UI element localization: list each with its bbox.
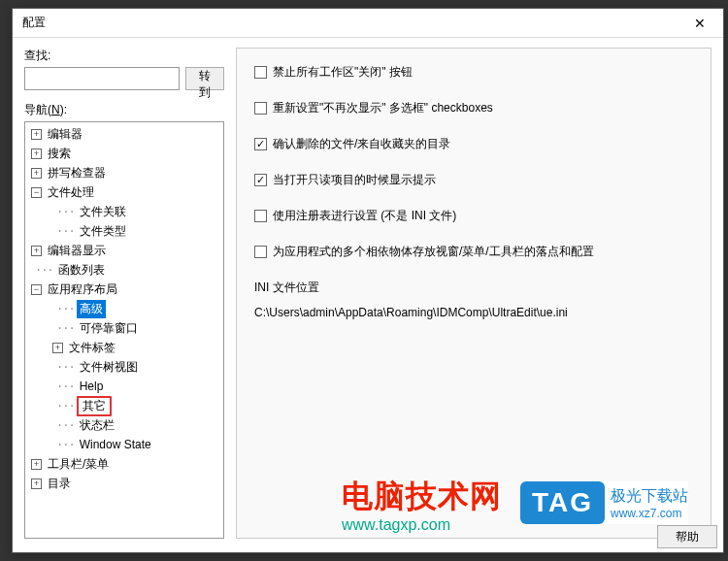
tree-branch-icon: ··· (56, 224, 75, 238)
option-row: 使用注册表进行设置 (不是 INI 文件) (254, 208, 693, 224)
option-row: 为应用程式的多个相依物体存放视窗/菜单/工具栏的落点和配置 (254, 244, 693, 260)
option-checkbox[interactable] (254, 174, 267, 186)
tree-branch-icon: ··· (56, 321, 75, 335)
expand-plus-icon[interactable]: + (31, 459, 42, 470)
option-row: 当打开只读项目的时候显示提示 (254, 172, 693, 188)
tree-item[interactable]: +编辑器 (25, 124, 223, 144)
tree-item[interactable]: ···文件关联 (25, 202, 223, 221)
tree-item-label: 文件类型 (77, 222, 129, 241)
option-checkbox[interactable] (254, 66, 267, 79)
option-label: 禁止所有工作区"关闭" 按钮 (273, 64, 413, 81)
tree-item[interactable]: +文件标签 (25, 338, 223, 357)
option-row: 重新设置"不再次显示" 多选框" checkboxes (254, 100, 693, 116)
goto-button[interactable]: 转到 (185, 67, 224, 90)
option-checkbox[interactable] (254, 246, 267, 258)
search-label: 查找: (24, 48, 224, 64)
tree-item[interactable]: +目录 (25, 474, 223, 493)
expand-plus-icon[interactable]: + (31, 246, 42, 256)
tree-item[interactable]: −应用程序布局 (25, 280, 223, 299)
expand-plus-icon[interactable]: + (31, 168, 42, 179)
settings-panel: 禁止所有工作区"关闭" 按钮重新设置"不再次显示" 多选框" checkboxe… (236, 48, 711, 539)
nav-label: 导航(N): (24, 102, 224, 118)
search-input[interactable] (24, 67, 180, 90)
expand-plus-icon[interactable]: + (52, 343, 63, 353)
option-label: 确认删除的文件/来自收藏夹的目录 (273, 136, 450, 152)
tree-item[interactable]: +拼写检查器 (25, 163, 223, 182)
titlebar: 配置 ✕ (13, 9, 723, 38)
tree-branch-icon: ··· (56, 302, 75, 315)
ini-path-value: C:\Users\admin\AppData\Roaming\IDMComp\U… (254, 306, 693, 319)
expand-minus-icon[interactable]: − (31, 187, 42, 198)
tree-item[interactable]: +编辑器显示 (25, 241, 223, 260)
tree-branch-icon: ··· (35, 263, 53, 277)
tree-item[interactable]: +搜索 (25, 144, 223, 163)
tree-item-label: 应用程序布局 (45, 280, 120, 299)
option-checkbox[interactable] (254, 210, 267, 222)
left-panel: 查找: 转到 导航(N): +编辑器+搜索+拼写检查器−文件处理···文件关联·… (24, 48, 224, 539)
tree-item-label: Help (77, 379, 107, 394)
tree-item[interactable]: ···函数列表 (25, 260, 223, 280)
option-label: 使用注册表进行设置 (不是 INI 文件) (273, 208, 456, 224)
tree-item-label: 编辑器显示 (45, 242, 109, 260)
tree-item[interactable]: −文件处理 (25, 182, 223, 202)
nav-tree[interactable]: +编辑器+搜索+拼写检查器−文件处理···文件关联···文件类型+编辑器显示··… (24, 121, 224, 539)
close-icon[interactable]: ✕ (686, 12, 713, 35)
tree-item-label: 其它 (77, 396, 112, 416)
tree-item[interactable]: ···状态栏 (25, 415, 223, 435)
option-label: 为应用程式的多个相依物体存放视窗/菜单/工具栏的落点和配置 (273, 244, 594, 260)
option-label: 当打开只读项目的时候显示提示 (273, 172, 436, 188)
tree-item[interactable]: ···高级 (25, 299, 223, 318)
tree-item[interactable]: ···文件树视图 (25, 357, 223, 377)
tree-branch-icon: ··· (56, 438, 75, 451)
tree-item-label: 文件关联 (77, 203, 129, 221)
tree-branch-icon: ··· (56, 205, 75, 218)
tree-item[interactable]: ···可停靠窗口 (25, 318, 223, 338)
tree-branch-icon: ··· (56, 399, 75, 412)
options-list: 禁止所有工作区"关闭" 按钮重新设置"不再次显示" 多选框" checkboxe… (254, 64, 693, 260)
config-dialog: 配置 ✕ 查找: 转到 导航(N): +编辑器+搜索+拼写检查器−文件处理···… (12, 8, 724, 553)
expand-minus-icon[interactable]: − (31, 284, 42, 295)
option-row: 禁止所有工作区"关闭" 按钮 (254, 64, 693, 81)
tree-item[interactable]: ···其它 (25, 396, 223, 415)
expand-plus-icon[interactable]: + (31, 148, 42, 159)
tree-item-label: 工具栏/菜单 (45, 455, 112, 474)
tree-item-label: Window State (77, 437, 154, 452)
tree-branch-icon: ··· (56, 418, 75, 432)
tree-item-label: 文件标签 (66, 339, 118, 357)
expand-plus-icon[interactable]: + (31, 129, 42, 140)
tree-item[interactable]: ···文件类型 (25, 221, 223, 241)
tree-item-label: 状态栏 (77, 416, 117, 435)
expand-plus-icon[interactable]: + (31, 478, 42, 489)
tree-item-label: 目录 (45, 475, 74, 493)
tree-item[interactable]: ···Help (25, 377, 223, 396)
window-title: 配置 (22, 15, 46, 31)
tree-item[interactable]: +工具栏/菜单 (25, 454, 223, 474)
option-checkbox[interactable] (254, 102, 267, 115)
tree-item-label: 拼写检查器 (45, 164, 109, 182)
tree-item[interactable]: ···Window State (25, 435, 223, 454)
dialog-body: 查找: 转到 导航(N): +编辑器+搜索+拼写检查器−文件处理···文件关联·… (13, 38, 723, 552)
search-row: 转到 (24, 67, 224, 90)
option-row: 确认删除的文件/来自收藏夹的目录 (254, 136, 693, 152)
tree-item-label: 可停靠窗口 (77, 319, 141, 338)
tree-item-label: 文件处理 (45, 183, 97, 202)
tree-item-label: 文件树视图 (77, 358, 141, 377)
tree-branch-icon: ··· (56, 380, 75, 393)
ini-section-label: INI 文件位置 (254, 280, 693, 296)
tree-item-label: 编辑器 (45, 125, 85, 144)
help-button[interactable]: 帮助 (657, 525, 717, 548)
tree-item-label: 函数列表 (55, 261, 108, 280)
option-checkbox[interactable] (254, 138, 267, 150)
tree-item-label: 搜索 (45, 145, 74, 163)
option-label: 重新设置"不再次显示" 多选框" checkboxes (273, 100, 493, 116)
tree-branch-icon: ··· (56, 360, 75, 374)
tree-item-label: 高级 (77, 300, 106, 318)
